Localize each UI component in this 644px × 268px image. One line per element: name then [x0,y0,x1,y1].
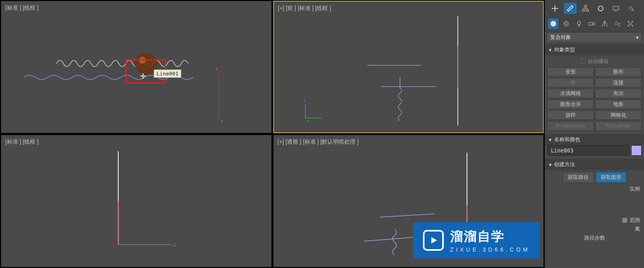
object-name-input[interactable] [547,145,630,156]
modify-tab-icon[interactable] [563,2,577,14]
btn-mesher[interactable]: 网格化 [595,110,642,120]
create-category-row [545,17,644,32]
btn-proboolean[interactable]: ProBoolean [547,121,594,131]
rollout-title: 对象类型 [554,46,575,53]
svg-point-40 [628,25,629,26]
svg-line-25 [380,214,435,217]
triangle-down-icon: ▾ [549,162,552,168]
enable-label: 启用 [630,217,640,224]
svg-text:z: z [221,119,223,123]
checkbox-checked-icon [622,218,627,223]
motion-tab-icon[interactable] [594,2,607,14]
svg-rect-31 [613,6,619,10]
color-swatch[interactable] [631,145,642,156]
svg-rect-27 [584,5,587,7]
btn-morph[interactable]: 变形 [547,67,594,77]
lights-icon[interactable] [574,18,584,29]
svg-point-32 [551,21,556,26]
triangle-down-icon: ▾ [549,137,552,143]
checkbox-icon[interactable] [581,59,585,64]
viewport-canvas[interactable]: z [1,135,271,267]
cameras-icon[interactable] [587,18,597,29]
helpers-icon[interactable] [599,18,610,29]
enable-checkbox-row[interactable]: 启用 [545,216,644,225]
hover-tooltip: Line001 [154,69,181,78]
path-steps-label: 路径步数 [545,233,644,242]
main-tab-row [545,0,644,17]
instance-label: 实例 [630,185,640,193]
svg-point-38 [628,21,629,22]
svg-point-34 [565,22,567,25]
svg-text:y: y [216,66,218,71]
btn-procutter[interactable]: ProCutter [595,121,642,131]
play-logo-icon [423,230,444,251]
watermark-title: 溜溜自学 [450,228,530,246]
rollout-title: 名称和颜色 [554,136,580,143]
instance-radio-row[interactable]: 实例 [545,185,644,193]
viewport-label: [标准 ] [线框 ] [5,4,39,12]
svg-marker-42 [431,237,437,244]
svg-point-33 [564,21,569,26]
btn-scatter[interactable]: 散布 [595,67,642,77]
viewport-bottom-left[interactable]: [标准 ] [线框 ] z [1,135,272,267]
rollout-name-color[interactable]: ▾ 名称和颜色 [545,134,644,145]
object-button-grid: 变形 散布 一致 连接 水滴网格 布尔 图形合并 地形 放样 网格化 ProBo… [547,67,642,131]
name-color-body [545,145,644,157]
object-category-dropdown[interactable]: 复合对象 ▾ [546,32,642,43]
hierarchy-tab-icon[interactable] [579,2,592,14]
viewport-canvas[interactable]: z y [274,2,543,132]
viewport-top-left[interactable]: [标准 ] [线框 ] y z ✛ Line001 [1,1,272,133]
svg-rect-29 [586,10,589,11]
get-path-button[interactable]: 获取路径 [563,172,594,183]
watermark-overlay: 溜溜自学 ZIXUE.3D66.COM [413,222,540,258]
creation-method-body: 获取路径 获取图形 [545,170,644,185]
rollout-creation-method[interactable]: ▾ 创建方法 [545,159,644,170]
viewport-label: [标准 ] [线框 ] [5,138,39,146]
dropdown-label: 复合对象 [550,34,571,41]
svg-point-37 [629,22,632,25]
create-tab-icon[interactable] [548,2,562,14]
btn-terrain[interactable]: 地形 [595,99,642,109]
rollout-title: 创建方法 [554,161,575,168]
viewport-label: [+] [透视 ] [标准 ] [默认明暗处理 ] [278,138,359,146]
svg-point-6 [139,57,146,63]
utilities-tab-icon[interactable] [624,2,638,14]
viewport-top-right[interactable]: [+] [前 ] [标准 ] [线框 ] z y [273,1,544,133]
svg-point-39 [632,21,633,22]
viewport-label: [+] [前 ] [标准 ] [线框 ] [278,5,331,12]
spacewarps-icon[interactable] [612,18,623,29]
rollout-object-type[interactable]: ▾ 对象类型 [545,44,644,55]
auto-grid-row: 自动栅格 [547,57,642,66]
triangle-down-icon: ▾ [549,47,552,53]
command-panel: 复合对象 ▾ ▾ 对象类型 自动栅格 变形 散布 一致 连接 水滴网格 布尔 图… [544,0,644,268]
object-type-body: 自动栅格 变形 散布 一致 连接 水滴网格 布尔 图形合并 地形 放样 网格化 … [545,55,644,132]
svg-rect-28 [582,10,585,11]
systems-icon[interactable] [625,18,636,29]
svg-point-30 [598,6,603,11]
option-li: 离 [545,225,644,233]
btn-blobmesh[interactable]: 水滴网格 [547,89,594,98]
chevron-down-icon: ▾ [636,35,639,41]
btn-conform[interactable]: 一致 [547,78,594,87]
svg-text:z: z [303,99,305,103]
btn-loft[interactable]: 放样 [547,110,594,120]
btn-connect[interactable]: 连接 [595,78,642,87]
svg-text:y: y [307,118,309,123]
svg-point-41 [632,25,633,26]
shapes-icon[interactable] [561,18,571,29]
watermark-url: ZIXUE.3D66.COM [450,246,530,253]
get-shape-button[interactable]: 获取图形 [595,172,627,183]
viewport-canvas[interactable]: y z [1,1,271,133]
svg-text:z: z [173,242,176,247]
svg-point-35 [577,21,581,24]
display-tab-icon[interactable] [609,2,623,14]
geometry-icon[interactable] [548,18,559,29]
auto-grid-label: 自动栅格 [588,58,609,65]
btn-boolean[interactable]: 布尔 [595,89,642,98]
btn-shapemerge[interactable]: 图形合并 [547,99,594,109]
svg-rect-36 [589,22,593,25]
